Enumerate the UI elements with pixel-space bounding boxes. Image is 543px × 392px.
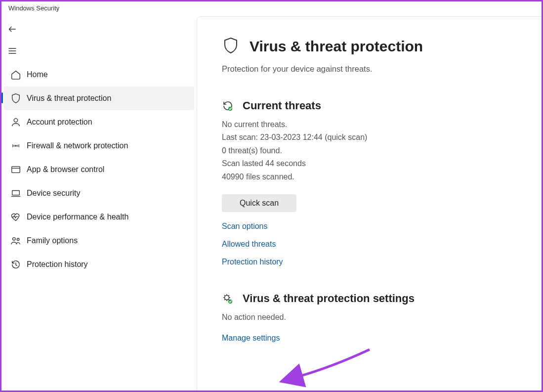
sidebar-item-label: Device security bbox=[27, 189, 80, 198]
files-scanned-text: 40990 files scanned. bbox=[222, 171, 517, 183]
svg-point-7 bbox=[225, 295, 229, 300]
sidebar-item-label: Account protection bbox=[27, 118, 92, 127]
last-scan-text: Last scan: 23-03-2023 12:44 (quick scan) bbox=[222, 131, 517, 144]
sidebar-item-label: Virus & threat protection bbox=[27, 94, 111, 103]
sidebar-item-label: Home bbox=[27, 70, 48, 79]
allowed-threats-link[interactable]: Allowed threats bbox=[222, 240, 276, 249]
hamburger-button[interactable] bbox=[1, 39, 197, 63]
current-threats-section: Current threats No current threats. Last… bbox=[222, 99, 517, 266]
current-threats-heading: Current threats bbox=[243, 99, 321, 112]
sidebar-item-family-options[interactable]: Family options bbox=[1, 229, 197, 253]
no-threats-text: No current threats. bbox=[222, 118, 517, 131]
svg-point-5 bbox=[17, 238, 19, 241]
vt-settings-heading: Virus & threat protection settings bbox=[243, 292, 415, 305]
manage-settings-link[interactable]: Manage settings bbox=[222, 334, 280, 343]
sidebar-item-label: Family options bbox=[27, 236, 78, 245]
shield-icon bbox=[4, 93, 27, 104]
family-icon bbox=[4, 235, 27, 246]
sidebar-item-app-browser[interactable]: App & browser control bbox=[1, 158, 197, 181]
scan-duration-text: Scan lasted 44 seconds bbox=[222, 157, 517, 170]
sidebar-item-device-security[interactable]: Device security bbox=[1, 181, 197, 205]
sidebar-item-label: Firewall & network protection bbox=[27, 141, 128, 150]
sidebar-item-label: Device performance & health bbox=[27, 213, 128, 221]
sidebar-item-virus-threat[interactable]: Virus & threat protection bbox=[4, 87, 194, 110]
sidebar-item-device-performance[interactable]: Device performance & health bbox=[1, 205, 197, 229]
home-icon bbox=[4, 69, 27, 80]
sidebar-item-account-protection[interactable]: Account protection bbox=[1, 110, 197, 134]
settings-ok-icon bbox=[222, 293, 235, 305]
back-button[interactable] bbox=[1, 19, 197, 39]
main-content: Virus & threat protection Protection for… bbox=[197, 16, 542, 391]
quick-scan-button[interactable]: Quick scan bbox=[222, 194, 296, 212]
sidebar-item-home[interactable]: Home bbox=[1, 63, 197, 87]
sidebar-item-label: App & browser control bbox=[27, 165, 104, 174]
window-title: Windows Security bbox=[1, 1, 542, 16]
sidebar-item-protection-history[interactable]: Protection history bbox=[1, 253, 197, 276]
hamburger-icon bbox=[7, 46, 17, 56]
svg-point-4 bbox=[12, 238, 15, 241]
back-arrow-icon bbox=[7, 24, 17, 34]
person-icon bbox=[4, 117, 27, 128]
sidebar-item-label: Protection history bbox=[27, 260, 88, 269]
svg-rect-2 bbox=[11, 167, 20, 173]
page-subtitle: Protection for your device against threa… bbox=[222, 64, 517, 74]
svg-point-1 bbox=[15, 145, 16, 146]
threats-found-text: 0 threat(s) found. bbox=[222, 144, 517, 157]
laptop-icon bbox=[4, 188, 27, 199]
antenna-icon bbox=[4, 140, 27, 151]
svg-point-0 bbox=[14, 119, 17, 122]
vt-settings-status: No action needed. bbox=[222, 311, 517, 324]
sidebar: Home Virus & threat protection Account p… bbox=[1, 16, 197, 391]
scan-options-link[interactable]: Scan options bbox=[222, 222, 268, 231]
scan-ok-icon bbox=[222, 100, 235, 112]
history-icon bbox=[4, 259, 27, 270]
sidebar-item-firewall[interactable]: Firewall & network protection bbox=[1, 134, 197, 158]
page-title: Virus & threat protection bbox=[250, 38, 423, 55]
window-icon bbox=[4, 164, 27, 175]
svg-rect-3 bbox=[12, 191, 19, 195]
shield-large-icon bbox=[222, 36, 240, 57]
protection-history-link[interactable]: Protection history bbox=[222, 258, 283, 266]
heart-pulse-icon bbox=[4, 212, 27, 222]
vt-settings-section: Virus & threat protection settings No ac… bbox=[222, 292, 517, 343]
